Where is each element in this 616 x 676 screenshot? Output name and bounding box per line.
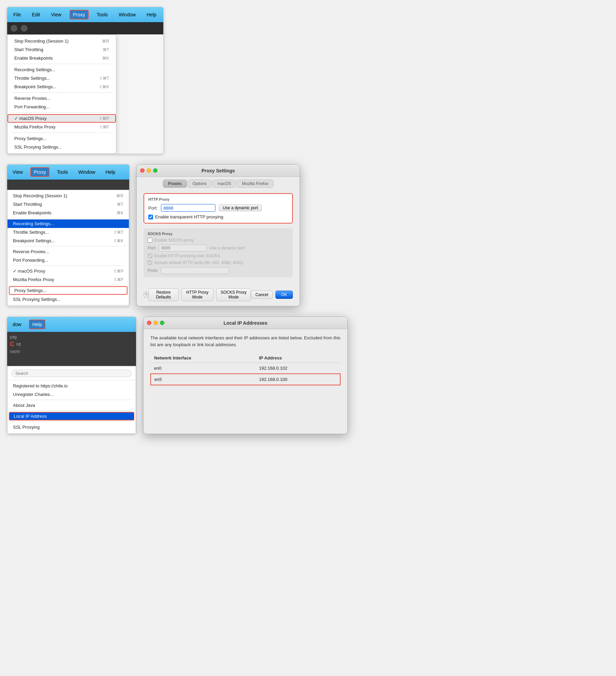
dd-recording-settings[interactable]: Recording Settings... bbox=[7, 65, 116, 74]
tab-proxies[interactable]: Proxies bbox=[163, 180, 187, 188]
left-app-content bbox=[7, 180, 129, 190]
ip-tl-close[interactable] bbox=[147, 321, 151, 325]
left-dd-throttle[interactable]: Start Throttling ⌘T bbox=[7, 200, 129, 209]
menu-proxy-active[interactable]: Proxy bbox=[70, 10, 89, 19]
cell-interface: en0 bbox=[151, 363, 256, 374]
sep3 bbox=[12, 112, 112, 113]
dd-stop-recording[interactable]: Stop Recording (Session 1) ⌘R bbox=[7, 37, 116, 45]
restore-defaults-btn[interactable]: Restore Defaults bbox=[148, 288, 178, 301]
tl-zoom[interactable] bbox=[153, 168, 157, 173]
http-port-label: Port: bbox=[148, 205, 157, 211]
help-app-content: pag C htt net/m bbox=[7, 332, 136, 366]
socks-http-text: Enable HTTP proxying over SOCKS bbox=[154, 253, 220, 258]
socks-enable-row: Enable SOCKS proxy bbox=[148, 238, 289, 243]
app-url-row: C htt bbox=[10, 341, 133, 348]
socks-http-checkbox[interactable] bbox=[148, 253, 152, 258]
dd-port-forwarding[interactable]: Port Forwarding... bbox=[7, 103, 116, 111]
ip-table-body: en0192.168.0.102en5192.168.0.100 bbox=[151, 363, 340, 385]
left-dd-bp-settings[interactable]: Breakpoint Settings... ⇧⌘K bbox=[7, 236, 129, 245]
menubar2: View Proxy Tools Window Help bbox=[7, 165, 129, 180]
tl-minimize[interactable] bbox=[147, 168, 151, 173]
ip-tl-zoom[interactable] bbox=[160, 321, 164, 325]
left-dd-recording-settings[interactable]: Recording Settings... bbox=[7, 219, 129, 228]
left-dd-forwarding[interactable]: Port Forwarding... bbox=[7, 256, 129, 264]
dd-macos-proxy[interactable]: ✓ macOS Proxy ⇧⌘P bbox=[7, 114, 116, 123]
help-search-input[interactable] bbox=[12, 370, 132, 377]
dynamic-port-btn[interactable]: Use a dynamic port bbox=[219, 204, 261, 211]
menu3-dow[interactable]: dow bbox=[10, 320, 24, 328]
cell-ip: 192.168.0.100 bbox=[256, 374, 340, 385]
menu-window[interactable]: Window bbox=[116, 11, 138, 19]
menu-view[interactable]: View bbox=[48, 11, 64, 19]
dd-enable-breakpoints[interactable]: Enable Breakpoints ⌘K bbox=[7, 54, 116, 62]
left-dd-throttle-settings[interactable]: Throttle Settings... ⇧⌘T bbox=[7, 228, 129, 236]
app-toolbar bbox=[7, 22, 163, 34]
left-dd-firefox[interactable]: Mozilla Firefox Proxy ⇧⌘F bbox=[7, 275, 129, 284]
proxy-dropdown-menu: Stop Recording (Session 1) ⌘R Start Thro… bbox=[7, 34, 116, 154]
transparent-checkbox[interactable] bbox=[148, 215, 153, 219]
http-port-input[interactable] bbox=[161, 204, 215, 212]
menu2-proxy[interactable]: Proxy bbox=[30, 167, 49, 177]
left-dd-breakpoints[interactable]: Enable Breakpoints ⌘K bbox=[7, 209, 129, 217]
proxy-dialog-footer: ? Restore Defaults HTTP Proxy Mode SOCKS… bbox=[137, 286, 300, 306]
dd-breakpoint-settings[interactable]: Breakpoint Settings... ⇧⌘K bbox=[7, 82, 116, 91]
socks-enable-checkbox[interactable] bbox=[148, 238, 152, 243]
help-dd-local-ip[interactable]: Local IP Address bbox=[9, 412, 134, 420]
help-dd-unregister[interactable]: Unregister Charles... bbox=[7, 390, 136, 399]
menu-edit[interactable]: Edit bbox=[29, 11, 43, 19]
left-dd-macos[interactable]: ✓ macOS Proxy ⇧⌘P bbox=[7, 267, 129, 275]
menu-file[interactable]: File bbox=[11, 11, 24, 19]
menu2-tools[interactable]: Tools bbox=[54, 168, 71, 176]
proxy-dialog-title: Proxy Settings bbox=[201, 168, 235, 173]
traffic-lights bbox=[140, 168, 157, 173]
help-button[interactable]: ? bbox=[144, 292, 148, 298]
tl-close[interactable] bbox=[140, 168, 145, 173]
socks-enable-label: Enable SOCKS proxy bbox=[148, 238, 194, 243]
app-page-text: pag bbox=[10, 335, 17, 339]
socks-default-ports-checkbox[interactable] bbox=[148, 260, 152, 265]
cancel-btn[interactable]: Cancel bbox=[251, 291, 272, 299]
proxy-dialog-titlebar: Proxy Settings bbox=[137, 165, 300, 177]
help-dd-java[interactable]: About Java bbox=[7, 401, 136, 410]
col-ip: IP Address bbox=[256, 353, 340, 363]
menubar3: dow Help bbox=[7, 317, 136, 332]
help-dropdown: Registered to https://zhile.io Unregiste… bbox=[7, 366, 136, 434]
tab-options[interactable]: Options bbox=[187, 180, 212, 188]
left-dd-stop[interactable]: Stop Recording (Session 1) ⌘R bbox=[7, 191, 129, 200]
left-dd-reverse[interactable]: Reverse Proxies... bbox=[7, 247, 129, 256]
help-dd-registered[interactable]: Registered to https://zhile.io bbox=[7, 382, 136, 390]
menu3-help[interactable]: Help bbox=[29, 320, 46, 329]
left-dd-proxy-settings[interactable]: Proxy Settings... bbox=[9, 286, 127, 295]
dd-start-throttling[interactable]: Start Throttling ⌘T bbox=[7, 45, 116, 54]
socks-ports-row: Ports: bbox=[148, 267, 289, 274]
tab-firefox[interactable]: Mozilla Firefox bbox=[237, 180, 273, 188]
dd-throttle-settings[interactable]: Throttle Settings... ⇧⌘T bbox=[7, 74, 116, 82]
menu2-help[interactable]: Help bbox=[103, 168, 118, 176]
http-proxy-mode-btn[interactable]: HTTP Proxy Mode bbox=[181, 288, 214, 301]
menu-tools[interactable]: Tools bbox=[94, 11, 111, 19]
ok-btn[interactable]: OK bbox=[275, 291, 293, 299]
ip-tl-minimize[interactable] bbox=[153, 321, 158, 325]
socks-port-input[interactable] bbox=[159, 245, 207, 251]
dd-reverse-proxies[interactable]: Reverse Proxies... bbox=[7, 94, 116, 103]
dd-firefox-proxy[interactable]: Mozilla Firefox Proxy ⇧⌘F bbox=[7, 123, 116, 131]
socks-http-label: Enable HTTP proxying over SOCKS bbox=[148, 253, 220, 258]
socks-default-ports-label: Include default HTTP ports (80, 443, 808… bbox=[148, 260, 243, 265]
socks-ports-input[interactable] bbox=[161, 267, 229, 274]
help-sep3 bbox=[11, 421, 132, 422]
socks-default-ports-text: Include default HTTP ports (80, 443, 808… bbox=[154, 260, 243, 265]
socks-proxy-mode-btn[interactable]: SOCKS Proxy Mode bbox=[216, 288, 251, 301]
ip-addresses-dialog: Local IP Addresses The available local n… bbox=[143, 317, 348, 434]
cell-ip: 192.168.0.102 bbox=[256, 363, 340, 374]
help-dd-ssl[interactable]: SSL Proxying bbox=[7, 423, 136, 431]
tab-macos[interactable]: macOS bbox=[212, 180, 236, 188]
footer-right-buttons: Cancel OK bbox=[251, 291, 293, 299]
menu-help[interactable]: Help bbox=[144, 11, 159, 19]
dd-proxy-settings[interactable]: Proxy Settings... bbox=[7, 134, 116, 143]
socks-port-label: Port: bbox=[148, 246, 156, 250]
dd-ssl-settings[interactable]: SSL Proxying Settings... bbox=[7, 143, 116, 151]
toolbar-btn-1 bbox=[11, 25, 17, 32]
left-dd-ssl[interactable]: SSL Proxying Settings... bbox=[7, 295, 129, 304]
menu2-window[interactable]: Window bbox=[76, 168, 98, 176]
menu2-view[interactable]: View bbox=[10, 168, 26, 176]
